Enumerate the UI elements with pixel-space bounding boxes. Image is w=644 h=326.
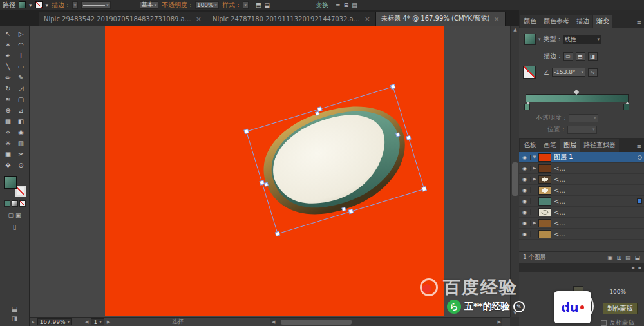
artboard-number-select[interactable]: 1 ▾ xyxy=(91,318,104,325)
chevron-down-icon[interactable]: ▾ xyxy=(538,37,541,42)
scroll-left-icon[interactable]: ◀ xyxy=(272,320,275,325)
gradient-tool[interactable]: ◧ xyxy=(15,116,28,127)
paintbrush-tool[interactable]: ✏ xyxy=(2,72,15,83)
panel-group-tab[interactable]: 画笔 xyxy=(540,139,560,152)
expand-triangle-icon[interactable]: ▼ xyxy=(531,155,538,160)
free-transform-tool[interactable]: ▢ xyxy=(15,94,28,105)
reverse-gradient-icon[interactable]: ⇋ xyxy=(588,68,598,77)
scale-tool[interactable]: ◿ xyxy=(15,83,28,94)
hand-tool[interactable]: ✥ xyxy=(2,160,15,171)
layer-row[interactable]: ◉<... xyxy=(519,185,644,196)
pencil-tool[interactable]: ✎ xyxy=(15,72,28,83)
panel-toggle-icon[interactable]: ◨ xyxy=(12,315,17,322)
layer-row[interactable]: ◉▶<... xyxy=(519,174,644,185)
stroke-color-swatch[interactable] xyxy=(35,1,43,8)
stroke-across-icon[interactable]: ◨ xyxy=(588,52,598,61)
gradient-group-tab[interactable]: 描边 xyxy=(573,15,592,28)
horizontal-scroll-thumb[interactable] xyxy=(281,320,352,325)
opacity-select[interactable]: 100% ▾ xyxy=(195,1,219,9)
scroll-up-icon[interactable]: ▲ xyxy=(511,26,520,34)
stroke-weight-select[interactable]: ▾ xyxy=(72,1,79,9)
new-layer-icon[interactable]: ▤ xyxy=(625,254,631,261)
slice-tool[interactable]: ✂ xyxy=(15,149,28,160)
gradient-group-tab[interactable]: 颜色参考 xyxy=(540,15,573,28)
panel-menu-icon[interactable]: ≡ xyxy=(636,19,641,26)
draw-normal-icon[interactable]: ▢ xyxy=(8,212,14,218)
workspace-icon[interactable]: ▤ xyxy=(352,2,357,8)
stop-location-select[interactable]: ▾ xyxy=(567,126,597,134)
horizontal-scrollbar[interactable]: ◀ ▶ xyxy=(270,318,502,326)
magic-wand-tool[interactable]: ✶ xyxy=(2,39,15,50)
visibility-eye-icon[interactable]: ◉ xyxy=(519,209,531,215)
layer-row-header[interactable]: ◉ ▼ 图层 1 xyxy=(519,152,644,163)
zoom-tool[interactable]: ⊙ xyxy=(15,160,28,171)
invert-mask-checkbox[interactable] xyxy=(601,320,607,326)
visibility-eye-icon[interactable]: ◉ xyxy=(519,166,531,171)
panel-dock-icon[interactable]: ▪ xyxy=(638,265,641,271)
style-panel-link[interactable]: 样式 : xyxy=(222,1,240,10)
brush-definition-select[interactable]: 基本 ▾ xyxy=(140,1,159,9)
stroke-dropdown-icon[interactable]: ▾ xyxy=(46,2,49,8)
gradient-button[interactable] xyxy=(12,200,18,207)
transform-panel-link[interactable]: 变换 xyxy=(316,1,328,10)
panel-dock-icon[interactable]: ▪ xyxy=(631,265,634,271)
visibility-eye-icon[interactable]: ◉ xyxy=(519,231,531,237)
panel-menu-icon[interactable]: ≡ xyxy=(636,143,641,149)
selection-tool[interactable]: ↖ xyxy=(2,28,15,39)
gradient-slider[interactable] xyxy=(526,94,629,102)
gradient-type-select[interactable]: 线性 ▾ xyxy=(563,35,601,44)
vertical-scrollbar[interactable]: ▲ ▼ xyxy=(510,26,519,317)
selection-indicator[interactable] xyxy=(637,198,642,204)
layer-row[interactable]: ◉<... xyxy=(519,229,644,240)
expand-triangle-icon[interactable]: ▶ xyxy=(531,220,538,225)
stroke-along-icon[interactable]: ⬒ xyxy=(576,52,585,61)
direct-selection-tool[interactable]: ▷ xyxy=(15,28,28,39)
eyedropper-tool[interactable]: ✧ xyxy=(2,127,15,138)
align-icon[interactable]: ≡ xyxy=(336,2,341,8)
visibility-eye-icon[interactable]: ◉ xyxy=(519,198,531,204)
delete-layer-icon[interactable]: ⬓ xyxy=(634,254,640,261)
pen-tool[interactable]: ✒ xyxy=(2,50,15,61)
canvas[interactable] xyxy=(30,26,510,317)
target-circle-icon[interactable] xyxy=(638,155,642,160)
layer-row[interactable]: ◉▶<... xyxy=(519,218,644,229)
lasso-tool[interactable]: ◠ xyxy=(15,39,28,50)
expand-triangle-icon[interactable]: ▶ xyxy=(531,177,538,182)
gradient-annotator-swatch[interactable] xyxy=(523,66,536,79)
preferences-icon[interactable]: ⬓ xyxy=(265,2,270,8)
zoom-select[interactable]: 167.99% ▾ xyxy=(37,318,73,325)
document-tab[interactable]: Nipic 24787180 20191113201921447032.ai* … xyxy=(207,12,376,26)
perspective-grid-tool[interactable]: ⊿ xyxy=(15,105,28,116)
width-tool[interactable]: ≋ xyxy=(2,94,15,105)
gradient-group-tab[interactable]: 颜色 xyxy=(520,15,540,28)
opacity-panel-link[interactable]: 不透明度 : xyxy=(162,1,192,10)
column-graph-tool[interactable]: ▥ xyxy=(15,138,28,149)
color-button[interactable] xyxy=(4,200,10,207)
visibility-eye-icon[interactable]: ◉ xyxy=(519,220,531,226)
gradient-stop-right[interactable] xyxy=(623,104,629,110)
panel-group-tab[interactable]: 路径查找器 xyxy=(580,139,619,152)
blend-tool[interactable]: ◉ xyxy=(15,127,28,138)
arrange-icon[interactable]: ⊞ xyxy=(344,2,349,8)
tab-close-icon[interactable]: × xyxy=(365,15,370,23)
symbol-sprayer-tool[interactable]: ✳ xyxy=(2,138,15,149)
rotate-tool[interactable]: ↻ xyxy=(2,83,15,94)
shape-builder-tool[interactable]: ⊕ xyxy=(2,105,15,116)
type-tool[interactable]: T xyxy=(15,50,28,61)
gradient-stop-left[interactable] xyxy=(524,104,530,110)
gradient-fill-swatch[interactable] xyxy=(524,34,536,45)
scroll-right-icon[interactable]: ▶ xyxy=(498,320,501,325)
expand-triangle-icon[interactable]: ▶ xyxy=(531,166,538,171)
vertical-scroll-thumb[interactable] xyxy=(512,162,518,196)
status-menu-icon[interactable]: ▸ xyxy=(32,320,35,325)
variable-width-select[interactable]: ▾ xyxy=(81,1,111,9)
layer-row[interactable]: ◉<... xyxy=(519,196,644,207)
visibility-eye-icon[interactable]: ◉ xyxy=(519,177,531,182)
make-mask-button[interactable]: 制作蒙版 xyxy=(603,303,638,314)
fill-dropdown-icon[interactable]: ▾ xyxy=(29,2,32,8)
prev-artboard-button[interactable]: ◀ xyxy=(85,320,88,325)
layer-row[interactable]: ◉▶<... xyxy=(519,163,644,174)
panel-group-tab[interactable]: 色板 xyxy=(520,139,540,152)
collapse-icon[interactable]: ⬓ xyxy=(12,305,17,312)
panel-group-tab[interactable]: 图层 xyxy=(560,139,580,152)
